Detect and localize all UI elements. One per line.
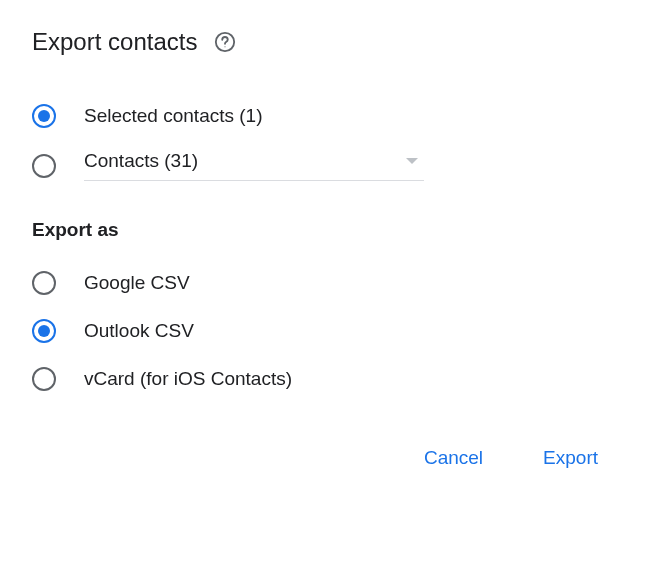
radio-label: Selected contacts (1) [84, 105, 262, 127]
radio-option-vcard[interactable]: vCard (for iOS Contacts) [32, 355, 620, 403]
contacts-dropdown[interactable]: Contacts (31) [84, 150, 424, 181]
format-radio-group: Google CSV Outlook CSV vCard (for iOS Co… [32, 259, 620, 403]
radio-label: vCard (for iOS Contacts) [84, 368, 292, 390]
radio-label: Google CSV [84, 272, 190, 294]
dialog-actions: Cancel Export [32, 439, 620, 477]
source-radio-group: Selected contacts (1) Contacts (31) [32, 92, 620, 191]
chevron-down-icon [406, 158, 418, 164]
export-button[interactable]: Export [539, 439, 602, 477]
help-icon[interactable] [213, 30, 237, 54]
dropdown-label: Contacts (31) [84, 150, 198, 172]
radio-option-google-csv[interactable]: Google CSV [32, 259, 620, 307]
svg-point-1 [225, 46, 226, 47]
radio-icon [32, 367, 56, 391]
radio-icon [32, 319, 56, 343]
cancel-button[interactable]: Cancel [420, 439, 487, 477]
radio-option-outlook-csv[interactable]: Outlook CSV [32, 307, 620, 355]
export-as-label: Export as [32, 219, 620, 241]
radio-option-selected-contacts[interactable]: Selected contacts (1) [32, 92, 620, 140]
radio-icon [32, 271, 56, 295]
radio-icon [32, 104, 56, 128]
radio-option-all-contacts[interactable]: Contacts (31) [32, 140, 620, 191]
radio-icon [32, 154, 56, 178]
dialog-header: Export contacts [32, 28, 620, 56]
radio-label: Outlook CSV [84, 320, 194, 342]
dialog-title: Export contacts [32, 28, 197, 56]
